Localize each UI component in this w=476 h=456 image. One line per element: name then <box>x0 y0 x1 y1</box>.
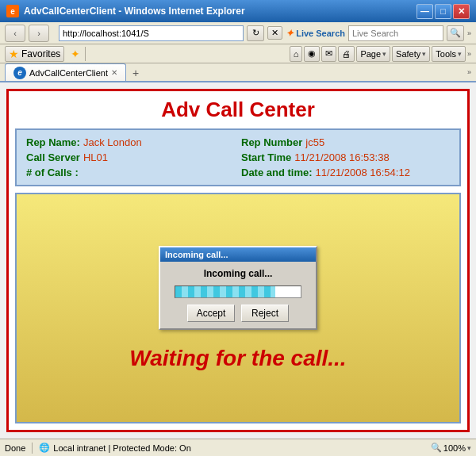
globe-icon: 🌐 <box>39 443 50 453</box>
status-divider-1 <box>32 443 33 454</box>
live-search-icon: ✦ <box>286 28 294 39</box>
title-bar: e AdvCallCenterClient - Windows Internet… <box>0 0 476 22</box>
favorites-label: Favorites <box>21 48 60 59</box>
page-menu-button[interactable]: Page ▾ <box>356 46 390 62</box>
address-bar: ‹ › ↻ ✕ ✦ Live Search 🔍 » <box>0 22 476 44</box>
rep-number-value: jc55 <box>305 136 324 148</box>
dialog-title-bar: Incoming call... <box>160 247 316 262</box>
date-time-label: Date and time: <box>241 167 313 178</box>
status-text: Done <box>5 443 25 453</box>
star-icon: ★ <box>9 48 19 60</box>
call-server-value: HL01 <box>83 151 108 163</box>
search-button[interactable]: 🔍 <box>447 25 464 41</box>
minimize-button[interactable]: — <box>416 4 433 19</box>
zoom-value: 100% <box>443 443 466 453</box>
safety-label: Safety <box>396 49 420 59</box>
tab-label: AdvCallCenterClient <box>29 68 108 78</box>
window-title: AdvCallCenterClient - Windows Internet E… <box>24 6 416 17</box>
reject-button[interactable]: Reject <box>241 305 289 322</box>
maximize-button[interactable]: □ <box>435 4 451 19</box>
zone-text: Local intranet | Protected Mode: On <box>53 443 190 453</box>
zoom-control[interactable]: 🔍 100% ▾ <box>431 443 471 453</box>
forward-button[interactable]: › <box>29 25 49 42</box>
back-button[interactable]: ‹ <box>5 25 25 42</box>
dialog-title-text: Incoming call... <box>165 250 228 259</box>
tab-close-icon[interactable]: ✕ <box>111 68 117 77</box>
safety-chevron-icon: ▾ <box>422 50 426 58</box>
favorites-button[interactable]: ★ Favorites <box>5 46 64 62</box>
rep-name-label: Rep Name: <box>26 136 80 148</box>
tab-ie-icon: e <box>13 67 26 79</box>
rep-number-row: Rep Number jc55 <box>241 136 450 148</box>
dialog-content: Incoming call... Accept Reject <box>160 262 316 328</box>
app-frame: Adv Call Center Rep Name: Jack London Re… <box>6 89 470 432</box>
mail-button[interactable]: ✉ <box>321 46 336 62</box>
rss-button[interactable]: ◉ <box>304 46 320 62</box>
safety-menu-button[interactable]: Safety ▾ <box>392 46 430 62</box>
status-right: 🔍 100% ▾ <box>431 443 471 453</box>
calls-label: # of Calls : <box>26 167 79 178</box>
dialog-label: Incoming call... <box>204 268 273 279</box>
dialog-buttons: Accept Reject <box>187 305 289 322</box>
toolbar-right: ⌂ ◉ ✉ 🖨 Page ▾ Safety ▾ Tools ▾ » <box>290 46 471 62</box>
info-panel: Rep Name: Jack London Rep Number jc55 Ca… <box>15 128 461 186</box>
page-label: Page <box>360 49 381 59</box>
tools-label: Tools <box>436 49 456 59</box>
home-button[interactable]: ⌂ <box>290 46 303 62</box>
stop-button[interactable]: ✕ <box>267 26 282 40</box>
waiting-text: Waiting for the call... <box>129 346 346 371</box>
app-icon: e <box>6 5 19 17</box>
close-button[interactable]: ✕ <box>453 4 470 19</box>
add-favorite-icon[interactable]: ✦ <box>71 48 80 60</box>
progress-bar-fill <box>175 286 275 297</box>
print-button[interactable]: 🖨 <box>338 46 355 62</box>
address-input[interactable] <box>59 25 244 41</box>
search-input[interactable] <box>348 25 443 41</box>
rep-name-value: Jack London <box>83 136 142 148</box>
call-server-label: Call Server <box>26 151 80 163</box>
zoom-chevron-icon: ▾ <box>467 444 471 452</box>
content-area: Adv Call Center Rep Name: Jack London Re… <box>0 82 476 439</box>
live-search-area: ✦ Live Search <box>286 28 345 39</box>
start-time-label: Start Time <box>241 151 291 163</box>
status-bar: Done 🌐 Local intranet | Protected Mode: … <box>0 439 476 456</box>
tab-overflow-icon: » <box>467 68 471 76</box>
start-time-value: 11/21/2008 16:53:38 <box>294 151 389 163</box>
page-chevron-icon: ▾ <box>382 50 386 58</box>
rep-number-label: Rep Number <box>241 136 302 148</box>
app-title: Adv Call Center <box>15 98 461 122</box>
rep-name-row: Rep Name: Jack London <box>26 136 235 148</box>
zoom-icon: 🔍 <box>431 443 442 453</box>
window-controls: — □ ✕ <box>416 4 470 19</box>
incoming-call-dialog: Incoming call... Incoming call... Accept… <box>159 246 317 330</box>
toolbar-icons: ✦ <box>71 48 80 60</box>
accept-button[interactable]: Accept <box>187 305 235 322</box>
more-tools-icon: » <box>467 50 471 58</box>
waiting-area: Incoming call... Incoming call... Accept… <box>15 193 461 423</box>
tools-menu-button[interactable]: Tools ▾ <box>432 46 466 62</box>
expand-icon: » <box>467 29 471 37</box>
toolbar-separator <box>85 47 86 61</box>
date-time-value: 11/21/2008 16:54:12 <box>316 167 410 178</box>
new-tab-button[interactable]: + <box>128 65 144 81</box>
calls-row: # of Calls : <box>26 167 235 178</box>
tab-bar: e AdvCallCenterClient ✕ + » <box>0 63 476 82</box>
active-tab[interactable]: e AdvCallCenterClient ✕ <box>5 63 126 81</box>
call-server-row: Call Server HL01 <box>26 151 235 163</box>
go-button[interactable]: ↻ <box>247 25 264 41</box>
tools-chevron-icon: ▾ <box>458 50 462 58</box>
start-time-row: Start Time 11/21/2008 16:53:38 <box>241 151 450 163</box>
toolbar: ★ Favorites ✦ ⌂ ◉ ✉ 🖨 Page ▾ Safety ▾ To… <box>0 44 476 63</box>
live-search-label: Live Search <box>296 29 345 38</box>
date-time-row: Date and time: 11/21/2008 16:54:12 <box>241 167 450 178</box>
progress-bar-container <box>175 285 301 298</box>
